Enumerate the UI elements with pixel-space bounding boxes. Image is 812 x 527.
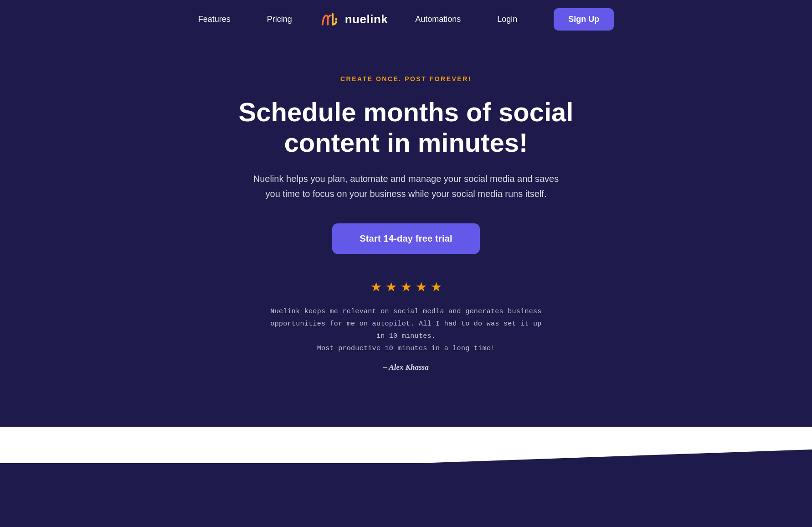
cta-button[interactable]: Start 14-day free trial [332,223,480,254]
star-4: ★ [416,279,427,294]
logo-icon [319,10,342,30]
nav-automations[interactable]: Automations [415,15,461,24]
stars-row: ★ ★ ★ ★ ★ [370,279,442,294]
navbar: Features Pricing nuelink Automations Log… [0,0,812,39]
hero-subtitle: Nuelink helps you plan, automate and man… [251,171,561,202]
hero-tagline: CREATE ONCE. POST FOREVER! [340,75,472,83]
hero-section: CREATE ONCE. POST FOREVER! Schedule mont… [0,39,812,390]
nav-pricing[interactable]: Pricing [267,15,292,24]
signup-button[interactable]: Sign Up [554,8,614,31]
testimonial-text: Nuelink keeps me relevant on social medi… [265,305,547,355]
logo[interactable]: nuelink [319,10,388,30]
testimonial-author: – Alex Khassa [265,363,547,372]
nav-login[interactable]: Login [497,15,517,24]
star-1: ★ [370,279,382,294]
testimonial-block: Nuelink keeps me relevant on social medi… [265,305,547,372]
svg-point-0 [335,18,337,20]
hero-title: Schedule months of social content in min… [201,97,611,158]
star-2: ★ [385,279,397,294]
logo-text: nuelink [345,12,388,26]
nav-features[interactable]: Features [198,15,231,24]
star-3: ★ [401,279,412,294]
star-5: ★ [431,279,442,294]
bottom-wave [0,427,812,463]
